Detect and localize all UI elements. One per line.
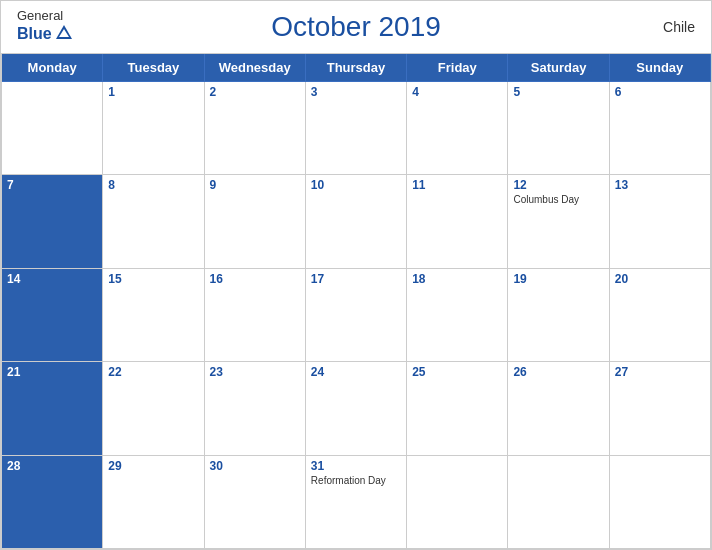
header-wednesday: Wednesday	[205, 54, 306, 82]
day-cell-w2-sun: 13	[610, 175, 711, 268]
day-cell-w1-mon	[2, 82, 103, 175]
header-saturday: Saturday	[508, 54, 609, 82]
day-cell-w3-thu: 17	[306, 269, 407, 362]
day-cell-w2-sat: 12 Columbus Day	[508, 175, 609, 268]
day-cell-w3-tue: 15	[103, 269, 204, 362]
day-cell-w4-thu: 24	[306, 362, 407, 455]
day-cell-w5-sat	[508, 456, 609, 549]
day-cell-w5-sun	[610, 456, 711, 549]
day-cell-w3-fri: 18	[407, 269, 508, 362]
header-friday: Friday	[407, 54, 508, 82]
day-cell-w2-thu: 10	[306, 175, 407, 268]
day-cell-w5-tue: 29	[103, 456, 204, 549]
calendar-grid: Monday Tuesday Wednesday Thursday Friday…	[1, 53, 711, 549]
day-cell-w1-tue: 1	[103, 82, 204, 175]
day-cell-w1-fri: 4	[407, 82, 508, 175]
day-cell-w4-wed: 23	[205, 362, 306, 455]
day-cell-w1-sun: 6	[610, 82, 711, 175]
day-cell-w5-wed: 30	[205, 456, 306, 549]
header-tuesday: Tuesday	[103, 54, 204, 82]
day-cell-w1-wed: 2	[205, 82, 306, 175]
day-cell-w4-sun: 27	[610, 362, 711, 455]
day-cell-w2-wed: 9	[205, 175, 306, 268]
day-cell-w3-sun: 20	[610, 269, 711, 362]
day-cell-w2-tue: 8	[103, 175, 204, 268]
day-cell-w1-thu: 3	[306, 82, 407, 175]
country-label: Chile	[663, 19, 695, 35]
header-sunday: Sunday	[610, 54, 711, 82]
logo-general-text: General	[17, 9, 63, 23]
day-cell-w3-wed: 16	[205, 269, 306, 362]
day-cell-w3-mon: 14	[2, 269, 103, 362]
month-title: October 2019	[271, 11, 441, 43]
day-cell-w4-fri: 25	[407, 362, 508, 455]
calendar-header: General Blue October 2019 Chile	[1, 1, 711, 53]
header-monday: Monday	[2, 54, 103, 82]
day-cell-w4-sat: 26	[508, 362, 609, 455]
logo-icon	[54, 23, 74, 43]
logo: General Blue	[17, 9, 74, 43]
calendar-container: General Blue October 2019 Chile Monday T…	[0, 0, 712, 550]
header-thursday: Thursday	[306, 54, 407, 82]
day-cell-w2-fri: 11	[407, 175, 508, 268]
day-cell-w1-sat: 5	[508, 82, 609, 175]
day-cell-w5-mon: 28	[2, 456, 103, 549]
day-cell-w2-mon: 7	[2, 175, 103, 268]
logo-blue-text: Blue	[17, 25, 52, 43]
day-cell-w5-thu: 31 Reformation Day	[306, 456, 407, 549]
day-cell-w5-fri	[407, 456, 508, 549]
day-cell-w4-tue: 22	[103, 362, 204, 455]
day-cell-w3-sat: 19	[508, 269, 609, 362]
day-cell-w4-mon: 21	[2, 362, 103, 455]
